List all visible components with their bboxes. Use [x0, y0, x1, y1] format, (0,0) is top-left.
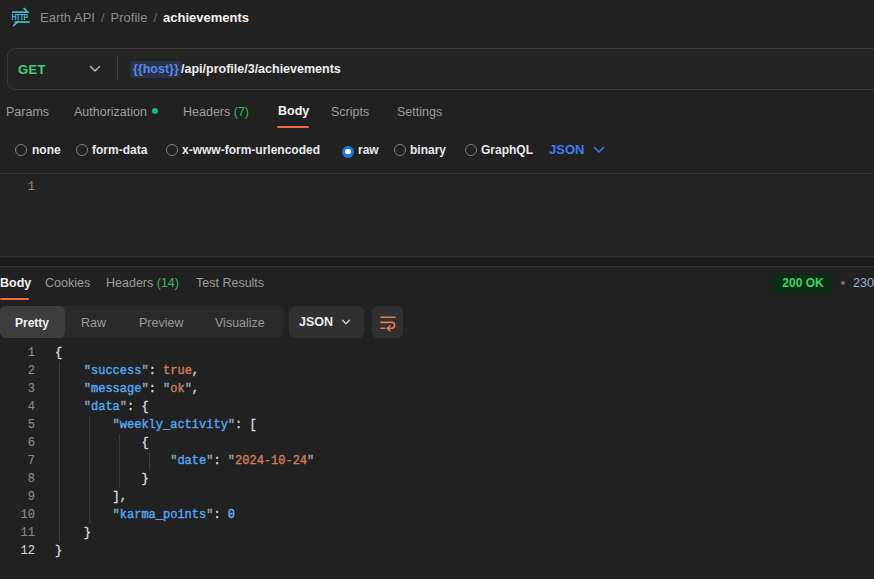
svg-text:HTTP: HTTP — [11, 13, 28, 23]
